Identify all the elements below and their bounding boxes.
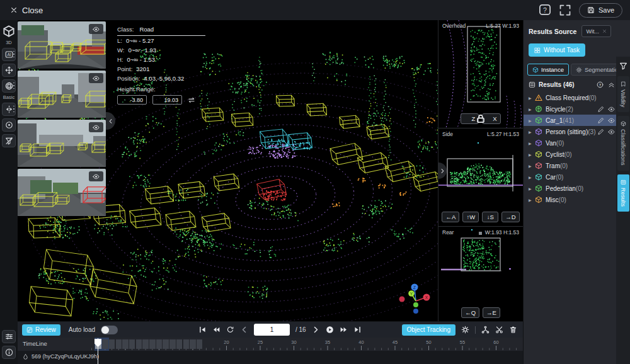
- close-button[interactable]: Close: [6, 5, 47, 16]
- swap-icon[interactable]: [188, 96, 195, 104]
- ortho-button-S[interactable]: ↓S: [482, 212, 498, 222]
- visibility-icon[interactable]: [608, 117, 615, 124]
- frame-block[interactable]: [142, 339, 149, 349]
- expand-arrow-icon[interactable]: ▶: [529, 164, 534, 168]
- side-view[interactable]: Side L:5.27 H:1.53 ←A↑W↓S→D: [438, 128, 523, 227]
- flip-tool-button[interactable]: [2, 103, 16, 116]
- camera-thumbnail-3[interactable]: [18, 120, 106, 167]
- height-max-input[interactable]: 19.03: [152, 95, 182, 105]
- frame-block[interactable]: [169, 339, 176, 349]
- delete-track-icon[interactable]: [509, 326, 517, 334]
- camera-thumbnail-1[interactable]: [18, 21, 106, 69]
- next-frame-button[interactable]: [312, 326, 320, 334]
- result-item[interactable]: ▶ Person (sitting)(3): [524, 126, 630, 137]
- filter-tool-button[interactable]: [2, 134, 16, 147]
- frame-block[interactable]: [149, 339, 156, 349]
- side-tab-classifications[interactable]: Classifications: [617, 116, 629, 171]
- result-item[interactable]: ▶ Van(0): [524, 137, 630, 149]
- result-item[interactable]: ▶ Cyclist(0): [524, 149, 630, 160]
- auto-load-toggle[interactable]: [101, 326, 118, 334]
- frame-block[interactable]: [116, 339, 122, 349]
- result-item[interactable]: ▶ Tram(0): [524, 160, 630, 171]
- ai-annotate-button[interactable]: AI: [2, 48, 16, 61]
- result-item[interactable]: ▶ Car_1(41): [524, 115, 630, 126]
- toggle-visibility-button[interactable]: [89, 24, 103, 34]
- skip-end-button[interactable]: [353, 326, 362, 334]
- replay-button[interactable]: [226, 326, 234, 334]
- expand-arrow-icon[interactable]: ▶: [529, 141, 534, 145]
- expand-arrow-icon[interactable]: ▶: [529, 175, 534, 179]
- toggle-visibility-button[interactable]: [89, 122, 103, 132]
- expand-arrow-icon[interactable]: ▶: [529, 186, 534, 191]
- height-min-input[interactable]: -3.80: [117, 95, 147, 105]
- fullscreen-button[interactable]: [559, 4, 571, 16]
- source-filter-tag[interactable]: Wit...: [581, 25, 611, 37]
- merge-icon[interactable]: [481, 326, 490, 334]
- expand-arrow-icon[interactable]: ▶: [529, 130, 534, 134]
- ortho-button-W[interactable]: ↑W: [462, 212, 479, 222]
- expand-arrow-icon[interactable]: ▶: [529, 107, 534, 111]
- split-icon[interactable]: [495, 326, 503, 334]
- result-item[interactable]: ▶ Misc(0): [524, 194, 630, 205]
- edit-icon[interactable]: [597, 128, 604, 135]
- results-help-icon[interactable]: ?: [597, 81, 604, 88]
- frame-block[interactable]: [122, 339, 129, 349]
- frame-block[interactable]: [156, 339, 163, 349]
- polygon-tool-button[interactable]: [2, 79, 16, 93]
- skip-start-button[interactable]: [198, 326, 207, 334]
- cube-3d-icon[interactable]: [2, 25, 16, 38]
- expand-arrow-icon[interactable]: ▶: [529, 152, 534, 157]
- object-tracking-button[interactable]: Object Tracking: [402, 324, 455, 336]
- result-item[interactable]: ▶ Class Required(0): [524, 92, 630, 103]
- edit-icon[interactable]: [597, 117, 604, 124]
- ortho-button-E[interactable]: →E: [483, 307, 500, 318]
- expand-arrow-icon[interactable]: ▶: [529, 96, 534, 100]
- result-item[interactable]: ▶ Car(0): [524, 171, 630, 183]
- collapse-all-icon[interactable]: [608, 81, 615, 88]
- play-button[interactable]: [326, 326, 334, 334]
- ortho-button-A[interactable]: ←A: [442, 212, 459, 222]
- result-item[interactable]: ▶ Pedestrian(0): [524, 183, 630, 194]
- frame-block[interactable]: [197, 339, 203, 349]
- frame-block[interactable]: [176, 339, 183, 349]
- review-button[interactable]: Review: [22, 324, 60, 336]
- frame-block[interactable]: [102, 339, 108, 349]
- fast-forward-button[interactable]: [340, 326, 348, 334]
- tag-close-icon[interactable]: [602, 29, 607, 33]
- frame-block[interactable]: [190, 339, 196, 349]
- frame-block[interactable]: [109, 339, 115, 349]
- side-tab-validity[interactable]: Validity: [617, 76, 629, 112]
- move-tool-button[interactable]: [2, 64, 16, 77]
- tab-instance[interactable]: Instance: [527, 64, 569, 76]
- prev-frame-button[interactable]: [240, 326, 248, 334]
- ortho-button-D[interactable]: →D: [501, 212, 519, 222]
- expand-arrow-icon[interactable]: ▶: [529, 198, 534, 202]
- overhead-view[interactable]: Overhead L:5.27 W:1.93 ZX: [438, 20, 523, 128]
- ortho-button-Q[interactable]: ←Q: [461, 307, 479, 318]
- camera-thumbnail-4[interactable]: [18, 169, 106, 216]
- frame-block[interactable]: [183, 339, 190, 349]
- without-task-button[interactable]: Without Task: [529, 43, 585, 57]
- frame-input[interactable]: [254, 324, 290, 336]
- expand-arrow-icon[interactable]: ▶: [529, 118, 534, 123]
- visibility-icon[interactable]: [608, 128, 615, 135]
- result-item[interactable]: ▶ Bicycle(2): [524, 103, 630, 115]
- side-tab-results[interactable]: Results: [617, 174, 629, 212]
- filter-icon[interactable]: [619, 62, 627, 70]
- info-button[interactable]: [2, 346, 16, 359]
- rewind-button[interactable]: [212, 326, 220, 334]
- camera-thumbnail-2[interactable]: [18, 71, 106, 118]
- save-button[interactable]: Save: [579, 3, 622, 18]
- help-button[interactable]: ?: [539, 4, 551, 16]
- tracking-settings-icon[interactable]: [461, 326, 469, 334]
- frame-block[interactable]: [163, 339, 169, 349]
- frame-block[interactable]: [129, 339, 135, 349]
- visibility-icon[interactable]: [608, 106, 615, 113]
- edit-icon[interactable]: [597, 106, 604, 113]
- pointcloud-canvas[interactable]: Z Y X Class: Road L:0~∞ - 5.27W:0~∞ - 1.…: [18, 20, 438, 321]
- rear-view[interactable]: Rear W:1.93 H:1.53 ←Q→E: [438, 227, 523, 322]
- toggle-visibility-button[interactable]: [89, 73, 103, 83]
- display-settings-button[interactable]: [2, 330, 16, 343]
- target-tool-button[interactable]: [2, 118, 16, 132]
- toggle-visibility-button[interactable]: [89, 171, 103, 181]
